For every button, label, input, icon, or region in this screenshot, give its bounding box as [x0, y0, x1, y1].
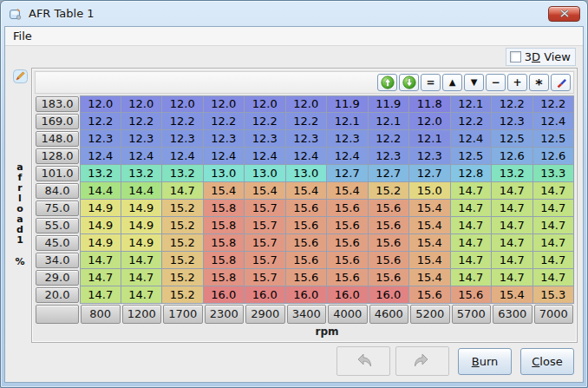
add-button[interactable]: +: [507, 74, 527, 91]
menu-file[interactable]: File: [5, 28, 40, 44]
table-cell[interactable]: 13.0: [245, 165, 286, 182]
table-cell[interactable]: 15.6: [369, 252, 410, 269]
table-cell[interactable]: 15.7: [245, 217, 286, 234]
table-cell[interactable]: 12.6: [533, 148, 575, 165]
table-cell[interactable]: 14.7: [492, 182, 533, 200]
table-cell[interactable]: 12.4: [327, 148, 369, 165]
table-cell[interactable]: 12.0: [204, 95, 245, 113]
table-cell[interactable]: 12.4: [204, 148, 245, 165]
table-cell[interactable]: 14.7: [162, 182, 204, 200]
table-cell[interactable]: 12.5: [533, 130, 575, 148]
table-cell[interactable]: 15.0: [409, 182, 451, 200]
undo-button[interactable]: [336, 346, 390, 376]
table-cell[interactable]: 15.6: [327, 200, 369, 217]
table-cell[interactable]: 15.8: [204, 234, 245, 252]
table-cell[interactable]: 12.1: [327, 113, 369, 130]
table-cell[interactable]: 12.5: [451, 148, 493, 165]
table-cell[interactable]: 12.7: [327, 165, 369, 182]
table-cell[interactable]: 12.2: [121, 113, 163, 130]
table-cell[interactable]: 14.7: [533, 217, 575, 234]
subtract-button[interactable]: −: [486, 74, 506, 91]
table-cell[interactable]: 14.7: [80, 286, 121, 304]
table-cell[interactable]: 12.3: [245, 130, 286, 148]
increase-button[interactable]: ▲: [442, 74, 462, 91]
table-cell[interactable]: 13.2: [121, 165, 163, 182]
table-cell[interactable]: 15.6: [451, 286, 493, 304]
table-cell[interactable]: 15.2: [369, 182, 410, 200]
table-cell[interactable]: 15.6: [286, 269, 328, 286]
table-cell[interactable]: 12.7: [409, 165, 451, 182]
close-button[interactable]: Close: [520, 348, 574, 375]
table-cell[interactable]: 14.7: [451, 217, 493, 234]
table-cell[interactable]: 11.9: [327, 95, 369, 113]
table-cell[interactable]: 15.2: [162, 269, 204, 286]
table-cell[interactable]: 14.7: [533, 269, 575, 286]
table-cell[interactable]: 12.3: [409, 148, 451, 165]
table-cell[interactable]: 14.7: [451, 234, 493, 252]
table-cell[interactable]: 15.7: [245, 234, 286, 252]
table-cell[interactable]: 15.4: [409, 217, 451, 234]
table-cell[interactable]: 12.2: [369, 130, 410, 148]
table-cell[interactable]: 16.0: [369, 286, 410, 304]
table-cell[interactable]: 13.0: [286, 165, 328, 182]
scale-up-button[interactable]: [377, 74, 397, 91]
burn-button[interactable]: Burn: [458, 348, 512, 375]
table-cell[interactable]: 14.7: [533, 182, 575, 200]
table-cell[interactable]: 14.7: [121, 286, 163, 304]
table-cell[interactable]: 14.4: [80, 182, 121, 200]
table-cell[interactable]: 16.0: [286, 286, 328, 304]
table-cell[interactable]: 15.4: [409, 252, 451, 269]
table-cell[interactable]: 15.7: [245, 252, 286, 269]
table-cell[interactable]: 14.7: [492, 269, 533, 286]
table-cell[interactable]: 14.7: [80, 269, 121, 286]
table-cell[interactable]: 14.7: [533, 200, 575, 217]
table-cell[interactable]: 15.6: [286, 234, 328, 252]
table-cell[interactable]: 12.4: [162, 148, 204, 165]
table-cell[interactable]: 12.0: [162, 95, 204, 113]
table-cell[interactable]: 15.4: [409, 234, 451, 252]
table-cell[interactable]: 14.7: [451, 200, 493, 217]
table-cell[interactable]: 15.2: [162, 200, 204, 217]
table-cell[interactable]: 12.4: [286, 148, 328, 165]
table-cell[interactable]: 14.7: [451, 269, 493, 286]
table-cell[interactable]: 15.6: [409, 286, 451, 304]
table-cell[interactable]: 15.6: [327, 217, 369, 234]
table-cell[interactable]: 14.9: [121, 217, 163, 234]
table-cell[interactable]: 16.0: [204, 286, 245, 304]
view-3d-checkbox[interactable]: [510, 51, 521, 62]
table-cell[interactable]: 15.7: [245, 269, 286, 286]
decrease-button[interactable]: ▼: [464, 74, 484, 91]
table-cell[interactable]: 15.6: [369, 217, 410, 234]
table-cell[interactable]: 14.7: [451, 182, 493, 200]
table-cell[interactable]: 13.2: [492, 165, 533, 182]
table-cell[interactable]: 12.4: [80, 148, 121, 165]
table-cell[interactable]: 16.0: [245, 286, 286, 304]
table-cell[interactable]: 15.6: [327, 234, 369, 252]
table-cell[interactable]: 12.2: [286, 113, 328, 130]
table-cell[interactable]: 14.7: [533, 234, 575, 252]
table-cell[interactable]: 15.4: [286, 182, 328, 200]
table-cell[interactable]: 12.3: [286, 130, 328, 148]
table-cell[interactable]: 11.9: [369, 95, 410, 113]
table-cell[interactable]: 15.2: [162, 252, 204, 269]
table-cell[interactable]: 12.8: [451, 165, 493, 182]
table-cell[interactable]: 12.4: [451, 130, 493, 148]
table-cell[interactable]: 12.3: [80, 130, 121, 148]
table-cell[interactable]: 12.7: [369, 165, 410, 182]
table-cell[interactable]: 13.3: [533, 165, 575, 182]
table-cell[interactable]: 15.8: [204, 269, 245, 286]
table-cell[interactable]: 12.6: [492, 148, 533, 165]
table-cell[interactable]: 15.6: [369, 269, 410, 286]
table-cell[interactable]: 12.2: [80, 113, 121, 130]
table-cell[interactable]: 14.7: [492, 234, 533, 252]
table-cell[interactable]: 15.4: [204, 182, 245, 200]
table-cell[interactable]: 13.2: [162, 165, 204, 182]
table-cell[interactable]: 14.7: [121, 252, 163, 269]
table-cell[interactable]: 12.3: [327, 130, 369, 148]
table-cell[interactable]: 15.6: [286, 200, 328, 217]
table-cell[interactable]: 12.3: [369, 148, 410, 165]
table-cell[interactable]: 12.2: [533, 95, 575, 113]
table-cell[interactable]: 15.4: [492, 286, 533, 304]
table-cell[interactable]: 12.1: [369, 113, 410, 130]
table-cell[interactable]: 12.3: [162, 130, 204, 148]
